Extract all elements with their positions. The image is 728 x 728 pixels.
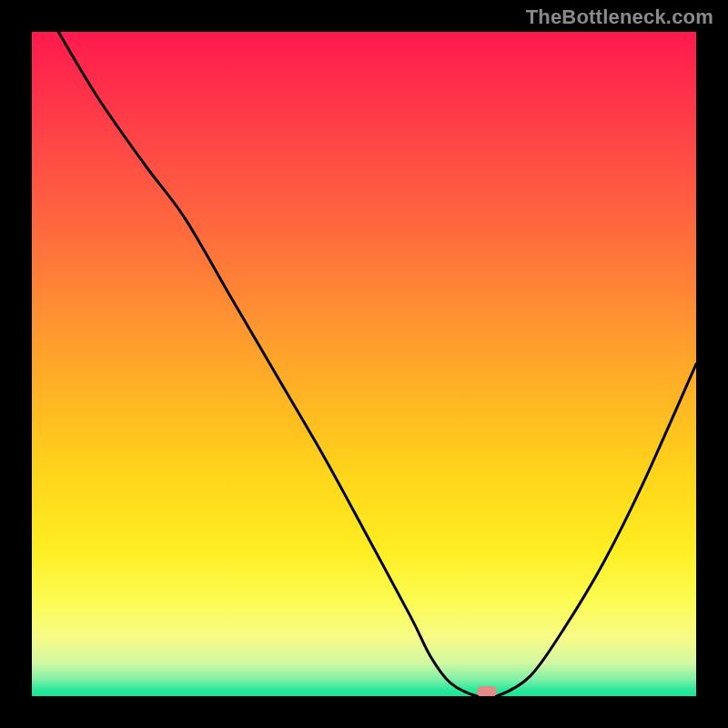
bottleneck-curve	[32, 32, 696, 696]
plot-area	[32, 32, 696, 696]
chart-frame: TheBottleneck.com	[0, 0, 728, 728]
optimal-marker	[477, 686, 497, 696]
curve-path	[58, 32, 696, 696]
watermark-text: TheBottleneck.com	[526, 5, 713, 29]
